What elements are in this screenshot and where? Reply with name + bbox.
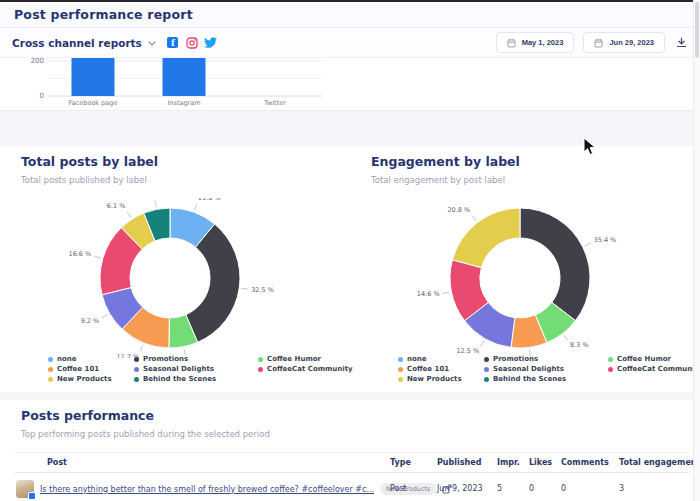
donut-percent-label: 6.1 % xyxy=(107,202,126,210)
posts-performance-card: Posts performance Top performing posts p… xyxy=(0,400,700,501)
table-header-divider xyxy=(14,472,690,473)
date-from-button[interactable]: May 1, 2023 xyxy=(496,32,575,53)
download-icon[interactable] xyxy=(674,36,688,50)
legend-label: Coffee 101 xyxy=(407,365,449,373)
cell-published: Jun 9, 2023 xyxy=(437,484,483,493)
cell-likes: 0 xyxy=(529,484,534,493)
legend-dot xyxy=(48,377,53,382)
cell-comments: 0 xyxy=(561,484,566,493)
x-axis-category: Twitter xyxy=(263,99,286,107)
legend-label: Behind the Scenes xyxy=(143,375,216,383)
legend-item-seasonal-delights[interactable]: Seasonal Delights xyxy=(484,365,608,373)
report-toolbar: Cross channel reports f May 1, 2023 Jun … xyxy=(0,28,700,58)
chart-legend: noneCoffee 101New ProductsPromotionsSeas… xyxy=(350,354,700,386)
legend-label: Behind the Scenes xyxy=(493,375,566,383)
legend-label: Coffee Humor xyxy=(267,355,321,363)
legend-item-coffee-101[interactable]: Coffee 101 xyxy=(398,365,484,373)
scrollbar-thumb[interactable] xyxy=(695,2,699,58)
scrollbar[interactable] xyxy=(693,0,700,501)
toolbar-right-group: May 1, 2023 Jun 29, 2023 xyxy=(496,32,688,53)
legend-label: CoffeeCat Community xyxy=(267,365,353,373)
legend-item-none[interactable]: none xyxy=(48,355,134,363)
legend-item-coffee-humor[interactable]: Coffee Humor xyxy=(258,355,353,363)
bar-facebook-page[interactable] xyxy=(72,58,115,96)
legend-dot xyxy=(484,357,489,362)
legend-dot xyxy=(258,357,263,362)
date-from-label: May 1, 2023 xyxy=(522,38,564,47)
legend-item-coffeecat-community[interactable]: CoffeeCat Community xyxy=(608,365,700,373)
legend-dot xyxy=(608,357,613,362)
legend-label: none xyxy=(57,355,77,363)
engagement-donut-chart: 35.4 %8.3 %8.3 %12.5 %14.6 %20.8 % xyxy=(350,198,700,358)
app-header: Post performance report xyxy=(0,2,700,28)
legend-dot xyxy=(48,367,53,372)
report-selector-label: Cross channel reports xyxy=(12,37,142,49)
legend-label: New Products xyxy=(407,375,462,383)
card-subtitle: Total engagement by post label xyxy=(371,175,505,185)
legend-dot xyxy=(134,377,139,382)
legend-item-behind-the-scenes[interactable]: Behind the Scenes xyxy=(484,375,608,383)
total-posts-by-label-card: Total posts by label Total posts publish… xyxy=(0,146,350,392)
legend-item-new-products[interactable]: New Products xyxy=(398,375,484,383)
post-label-badge: New Products xyxy=(380,483,436,495)
legend-dot xyxy=(398,357,403,362)
column-header-likes: Likes xyxy=(529,458,552,467)
date-to-button[interactable]: Jun 29, 2023 xyxy=(583,32,665,53)
cell-total-engagement: 3 xyxy=(619,484,624,493)
y-axis-tick: 0 xyxy=(40,92,44,100)
legend-label: Coffee Humor xyxy=(617,355,671,363)
legend-item-coffee-humor[interactable]: Coffee Humor xyxy=(608,355,700,363)
legend-item-promotions[interactable]: Promotions xyxy=(134,355,258,363)
card-title: Engagement by label xyxy=(371,154,520,169)
twitter-icon[interactable] xyxy=(204,36,218,50)
channel-bar-chart-card: 2000Facebook pageInstagramTwitter xyxy=(0,58,700,110)
legend-dot xyxy=(134,367,139,372)
donut-slice-new-products[interactable] xyxy=(452,208,520,268)
legend-label: CoffeeCat Community xyxy=(617,365,700,373)
section-subtitle: Top performing posts published during th… xyxy=(21,429,270,439)
legend-item-coffeecat-community[interactable]: CoffeeCat Community xyxy=(258,365,353,373)
legend-dot xyxy=(484,367,489,372)
column-header-post: Post xyxy=(47,458,67,467)
legend-dot xyxy=(134,357,139,362)
channel-bar-chart: 2000Facebook pageInstagramTwitter xyxy=(0,58,340,110)
chart-legend: noneCoffee 101New ProductsPromotionsSeas… xyxy=(0,354,350,386)
donut-percent-label: 35.4 % xyxy=(594,236,617,244)
x-axis-category: Facebook page xyxy=(69,99,118,107)
facebook-badge-icon xyxy=(28,492,36,500)
legend-dot xyxy=(48,357,53,362)
post-link[interactable]: Is there anything better than the smell … xyxy=(40,485,374,494)
legend-item-coffee-101[interactable]: Coffee 101 xyxy=(48,365,134,373)
post-thumbnail[interactable] xyxy=(16,480,34,498)
label-charts-panel: Total posts by label Total posts publish… xyxy=(0,146,700,392)
legend-item-seasonal-delights[interactable]: Seasonal Delights xyxy=(134,365,258,373)
facebook-icon[interactable]: f xyxy=(166,36,180,50)
panel-gap xyxy=(0,392,700,400)
card-title: Total posts by label xyxy=(21,154,158,169)
card-subtitle: Total posts published by label xyxy=(21,175,147,185)
legend-dot xyxy=(398,377,403,382)
legend-dot xyxy=(608,367,613,372)
cell-type: Post xyxy=(390,484,407,493)
legend-dot xyxy=(484,377,489,382)
y-axis-tick: 200 xyxy=(31,58,44,65)
bar-instagram[interactable] xyxy=(163,58,206,96)
instagram-icon[interactable] xyxy=(185,36,199,50)
legend-item-new-products[interactable]: New Products xyxy=(48,375,134,383)
donut-slice-promotions[interactable] xyxy=(520,208,590,321)
donut-percent-label: 9.2 % xyxy=(81,317,100,325)
legend-label: Coffee 101 xyxy=(57,365,99,373)
donut-percent-label: 11.0 % xyxy=(198,198,221,202)
legend-label: Seasonal Delights xyxy=(493,365,564,373)
legend-item-none[interactable]: none xyxy=(398,355,484,363)
column-header-comments: Comments xyxy=(561,458,609,467)
legend-item-promotions[interactable]: Promotions xyxy=(484,355,608,363)
section-title: Posts performance xyxy=(21,408,154,423)
report-selector[interactable]: Cross channel reports xyxy=(12,37,156,49)
legend-label: none xyxy=(407,355,427,363)
donut-percent-label: 16.6 % xyxy=(69,250,92,258)
table-row: Is there anything better than the smell … xyxy=(16,478,452,500)
x-axis-category: Instagram xyxy=(167,99,200,107)
legend-item-behind-the-scenes[interactable]: Behind the Scenes xyxy=(134,375,258,383)
calendar-icon xyxy=(507,38,516,48)
